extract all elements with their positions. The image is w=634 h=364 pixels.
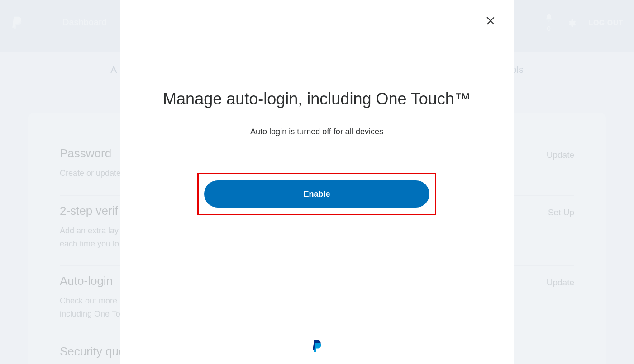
modal-title: Manage auto-login, including One Touch™ xyxy=(120,89,514,110)
modal-subtitle: Auto login is turned off for all devices xyxy=(120,127,514,137)
modal-footer-logo xyxy=(311,340,322,355)
close-icon[interactable] xyxy=(486,16,496,26)
modal-content: Manage auto-login, including One Touch™ … xyxy=(120,0,514,137)
paypal-logo-icon xyxy=(311,340,322,353)
auto-login-modal: Manage auto-login, including One Touch™ … xyxy=(120,0,514,364)
highlight-annotation: Enable xyxy=(197,173,436,215)
enable-button[interactable]: Enable xyxy=(204,180,429,208)
